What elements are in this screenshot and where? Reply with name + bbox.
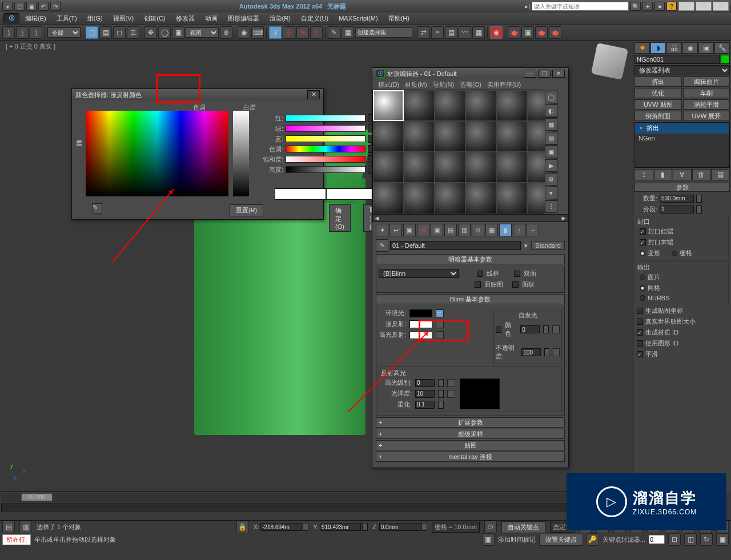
layers-icon[interactable]: ▤ [445,26,457,39]
named-selection-input[interactable] [355,27,412,38]
selfillum-color-checkbox[interactable] [496,327,501,333]
menu-grapheditors[interactable]: 图形编辑器 [223,13,264,24]
opacity-spinner[interactable] [544,348,549,356]
qat-new-icon[interactable]: ▾ [2,2,13,11]
selection-filter[interactable]: 全部 [47,27,81,38]
material-slot[interactable] [435,121,465,152]
time-slider[interactable]: 0 / 100 [1,493,632,502]
percent-snap-icon[interactable]: % [296,26,309,39]
ambient-swatch[interactable] [409,309,432,317]
coord-z-input[interactable] [379,523,420,531]
time-slider-knob[interactable]: 0 / 100 [21,493,53,501]
material-slot[interactable] [465,90,496,121]
mod-bevelprofile-button[interactable]: 倒角剖面 [634,111,682,121]
soften-spinner[interactable] [438,401,444,409]
get-material-icon[interactable]: ✦ [376,224,388,236]
keyfilter-button[interactable]: 关键点过滤器... [603,535,645,544]
modifier-stack[interactable]: ♀ 挤出 NGon [634,122,730,168]
material-slot[interactable] [496,183,527,213]
gloss-map-button[interactable] [447,390,455,398]
selfillum-value[interactable] [520,325,540,333]
qat-save-icon[interactable]: ▣ [26,2,37,11]
color-gradient[interactable] [286,125,366,132]
add-time-tag[interactable]: 添加时间标记 [498,535,536,544]
qat-redo-icon[interactable]: ↷ [50,2,61,11]
script-listener-icon[interactable]: ▥ [19,521,32,533]
show-map-icon[interactable]: ▦ [485,224,498,236]
menu-tools[interactable]: 工具(T) [52,13,82,24]
autokey-button[interactable]: 自动关键点 [501,521,545,533]
show-end-result-icon[interactable]: ▮ [499,224,512,236]
material-slot[interactable] [404,183,435,213]
maximize-button[interactable]: ☐ [696,2,712,11]
tab-hierarchy-icon[interactable]: 品 [666,42,682,54]
genmat-checkbox[interactable] [637,329,643,336]
assign-icon[interactable]: ▣ [403,224,416,236]
select-object-icon[interactable]: ▢ [86,26,98,39]
segments-spinner[interactable] [696,206,702,213]
menu-group[interactable]: 组(G) [83,13,107,24]
named-sel-icon[interactable]: ▦ [342,26,354,39]
nurbs-radio[interactable] [640,295,645,301]
schematic-view-icon[interactable]: ▦ [472,26,485,39]
tab-motion-icon[interactable]: ◉ [682,42,698,54]
move-icon[interactable]: ✥ [144,26,157,39]
mod-uvwmap-button[interactable]: UVW 贴图 [634,99,682,110]
rect-select-icon[interactable]: ◻ [113,26,126,39]
coord-y-input[interactable] [320,523,361,531]
shader-rollup-header[interactable]: -明暗器基本参数 [376,254,565,264]
ref-coord-system[interactable]: 视图 [186,27,219,38]
angle-snap-icon[interactable]: ⟠ [283,26,295,39]
scale-icon[interactable]: ▣ [172,26,184,39]
spinner-snap-icon[interactable]: ⟠ [310,26,323,39]
material-slot[interactable] [465,152,496,183]
patch-radio[interactable] [640,275,645,280]
qat-open-icon[interactable]: ▢ [14,2,25,11]
backlight-icon[interactable]: ◐ [545,104,557,117]
selfillum-spinner[interactable] [543,325,549,333]
material-slot[interactable] [496,121,527,152]
key-icon[interactable]: 🔑 [587,533,599,546]
mat-menu-modes[interactable]: 模式(D) [376,80,401,90]
make-unique-icon[interactable]: ▤ [444,224,457,236]
show-result-icon[interactable]: ▮ [654,169,673,180]
gloss-spinner[interactable] [438,390,444,398]
mat-id-icon[interactable]: 0 [472,224,484,236]
material-slot[interactable] [404,90,435,121]
mod-lathe-button[interactable]: 车削 [683,88,730,98]
mat-menu-utilities[interactable]: 实用程序(U) [485,80,523,90]
mat-menu-navigation[interactable]: 导航(N) [431,80,456,90]
color-picker-close-button[interactable]: ✕ [307,90,320,99]
tab-display-icon[interactable]: ▣ [698,42,714,54]
material-slot[interactable] [373,90,404,121]
go-parent-icon[interactable]: ↑ [513,224,525,236]
make-unique2-icon[interactable]: ∀ [673,169,692,180]
curve-editor-icon[interactable]: 〰 [459,26,471,39]
modifier-list-select[interactable]: 修改器列表 [634,65,730,75]
hue-field[interactable] [86,111,228,196]
coord-x-spinner[interactable] [303,523,308,531]
useshape-checkbox[interactable] [637,340,643,347]
make-copy-icon[interactable]: ▣ [431,224,443,236]
menu-help[interactable]: 帮助(H) [384,13,414,24]
params-rollup-header[interactable]: 参数 [634,183,730,192]
menu-customize[interactable]: 自定义(U) [296,13,333,24]
viewcube[interactable] [591,43,628,80]
select-by-mat-icon[interactable]: ▾ [545,187,557,199]
pivot-icon[interactable]: ⊕ [220,26,232,39]
star-icon[interactable]: ★ [654,2,665,11]
material-editor-titlebar[interactable]: ⦿ 材质编辑器 - 01 - Default — ☐ ✕ [372,68,568,79]
speclevel-spinner[interactable] [438,379,444,387]
gloss-value[interactable] [415,390,435,398]
soften-value[interactable] [415,401,435,409]
selfillum-map-button[interactable] [552,325,560,333]
tab-utilities-icon[interactable]: 🔧 [714,42,730,54]
faceted-checkbox[interactable] [512,281,519,288]
opacity-map-button[interactable] [553,348,560,356]
keyboard-shortcut-icon[interactable]: ⌨ [251,26,264,39]
sample-uv-icon[interactable]: ▤ [545,132,557,144]
coord-x-input[interactable] [260,523,302,531]
mirror-icon[interactable]: ⇄ [417,26,430,39]
mat-close-button[interactable]: ✕ [552,70,565,78]
menu-views[interactable]: 视图(V) [109,13,139,24]
